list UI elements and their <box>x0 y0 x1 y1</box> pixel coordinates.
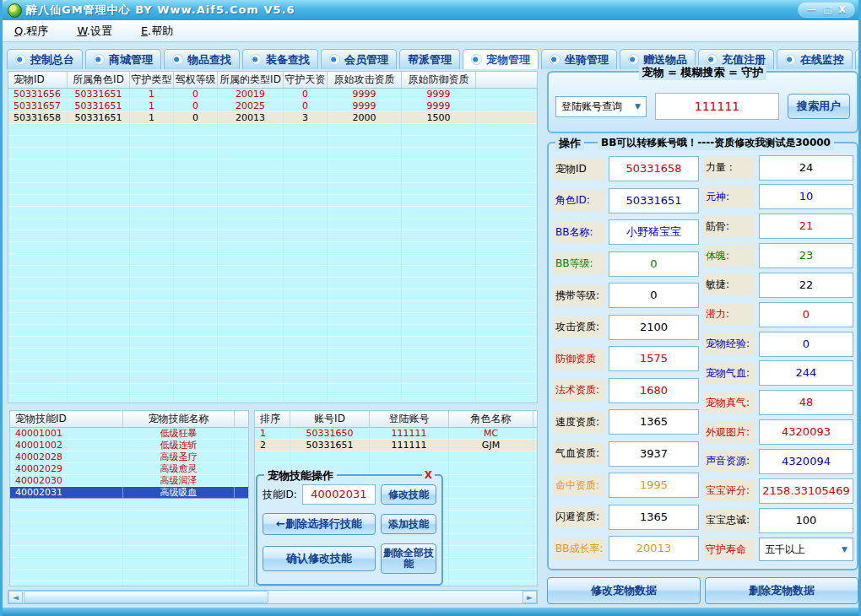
field-input[interactable]: 244 <box>759 360 853 386</box>
column-header[interactable]: 守护类型 <box>130 72 174 88</box>
column-header[interactable]: 登陆账号 <box>370 411 449 427</box>
column-header[interactable]: 角色名称 <box>449 411 533 427</box>
field-input[interactable]: 24 <box>759 155 853 181</box>
column-header[interactable]: 所属角色ID <box>68 72 130 88</box>
table-row[interactable]: 50331656503316511020019099999999 <box>8 89 537 100</box>
field-input[interactable]: 1995 <box>609 473 699 498</box>
tab-item[interactable]: 宠物管理 <box>463 49 539 69</box>
modify-skill-button[interactable]: 修改技能 <box>381 484 436 505</box>
tab-item[interactable]: 会员管理 <box>321 49 397 69</box>
delete-pet-data-button[interactable]: 删除宠物数据 <box>705 577 858 604</box>
table-cell <box>123 546 235 557</box>
search-type-select[interactable]: 登陆账号查询 ▼ <box>555 96 647 117</box>
menu-item-help[interactable]: E.帮助 <box>141 24 173 39</box>
table-cell-filler <box>476 289 537 300</box>
field-input[interactable]: 小野猪宝宝 <box>609 219 699 245</box>
tab-item[interactable]: 坐骑管理 <box>541 49 617 69</box>
table-cell <box>284 289 328 300</box>
scrollbar-thumb[interactable] <box>24 591 268 603</box>
table-row[interactable]: 40002030高级润泽 <box>10 475 248 487</box>
table-cell <box>449 570 533 581</box>
field-input[interactable]: 1680 <box>609 378 699 403</box>
field-input[interactable]: 0 <box>609 251 699 277</box>
field-input[interactable]: 1365 <box>609 409 699 435</box>
table-cell <box>402 301 476 312</box>
close-icon[interactable]: X <box>422 469 435 481</box>
tab-item[interactable]: 控制总台 <box>7 49 83 69</box>
table-cell <box>10 522 123 533</box>
table-cell <box>402 289 476 300</box>
table-row[interactable]: 40002028高级圣疗 <box>10 451 248 463</box>
table-row[interactable]: 150331650111111MC <box>255 428 537 440</box>
skill-id-input[interactable]: 40002031 <box>302 484 376 505</box>
table-cell <box>68 337 130 348</box>
field-input[interactable]: 0 <box>609 283 699 308</box>
maximize-button[interactable]: □ <box>823 3 831 16</box>
field-input[interactable]: 3937 <box>609 441 699 467</box>
column-header[interactable]: 账号ID <box>290 411 370 427</box>
field-input[interactable]: 50331658 <box>609 156 699 181</box>
column-header[interactable]: 排序 <box>255 411 290 427</box>
search-user-button[interactable]: 搜索用户 <box>788 94 850 119</box>
field-input[interactable]: 22 <box>759 273 853 298</box>
tab-item[interactable]: 商城管理 <box>85 49 161 69</box>
column-header[interactable]: 宠物ID <box>8 72 68 88</box>
column-header[interactable]: 宠物技能ID <box>10 411 123 427</box>
tab-item[interactable]: CSV/LUA <box>855 49 861 69</box>
field-input[interactable]: 0 <box>759 332 853 357</box>
tab-item[interactable]: 装备查找 <box>242 49 318 69</box>
delete-all-skills-button[interactable]: 删除全部技能 <box>381 543 436 574</box>
search-input[interactable]: 111111 <box>655 93 779 120</box>
field-input[interactable]: 100 <box>759 508 853 533</box>
field-input[interactable]: 50331651 <box>609 188 699 213</box>
column-header[interactable]: 守护天资 <box>284 72 328 88</box>
table-row[interactable]: 40002029高级愈灵 <box>10 463 248 475</box>
field-input[interactable]: 23 <box>759 243 853 268</box>
field-input[interactable]: 2100 <box>609 315 699 340</box>
horizontal-scrollbar[interactable]: ◄ ► <box>8 590 538 604</box>
table-row[interactable]: 40002031高级吸血 <box>10 487 248 499</box>
field-input[interactable]: 1575 <box>609 346 699 371</box>
tab-item[interactable]: 帮派管理 <box>399 49 460 69</box>
table-cell <box>8 289 68 300</box>
column-header[interactable]: 原始防御资质 <box>402 72 476 88</box>
menu-item-program[interactable]: Q.程序 <box>14 24 48 39</box>
table-cell <box>328 396 402 403</box>
close-button[interactable]: X <box>839 3 846 16</box>
table-cell: GJM <box>449 440 533 451</box>
minimize-button[interactable]: — <box>807 3 816 16</box>
tab-radio-icon <box>94 54 105 65</box>
add-skill-button[interactable]: 添加技能 <box>381 514 436 534</box>
table-row[interactable]: 50331658503316511020013320001500 <box>8 112 537 124</box>
field-input[interactable]: 10 <box>759 184 853 209</box>
column-header[interactable]: 所属的类型ID <box>218 72 284 88</box>
field-input[interactable]: 1365 <box>609 505 699 530</box>
table-cell <box>218 159 284 170</box>
column-header[interactable]: 原始攻击资质 <box>328 72 402 88</box>
table-row-empty <box>10 534 248 546</box>
menu-item-settings[interactable]: W.设置 <box>77 24 112 39</box>
modify-pet-data-button[interactable]: 修改宠物数据 <box>547 577 701 604</box>
field-input[interactable]: 4320093 <box>759 419 853 445</box>
tab-item[interactable]: 在线监控 <box>777 49 853 69</box>
field-input[interactable]: 0 <box>759 302 853 327</box>
field-input[interactable]: 4320094 <box>759 449 853 474</box>
table-row[interactable]: 40001001低级狂暴 <box>10 428 248 440</box>
delete-selected-skill-button[interactable]: ←删除选择行技能 <box>263 513 376 535</box>
table-cell <box>10 511 123 521</box>
table-row[interactable]: 40001002低级连斩 <box>10 440 248 451</box>
confirm-modify-skill-button[interactable]: 确认修改技能 <box>263 546 376 571</box>
column-header[interactable]: 驾权等级 <box>174 72 218 88</box>
field-input[interactable]: 48 <box>759 390 853 415</box>
field-input[interactable]: 21 <box>759 213 853 239</box>
column-header[interactable]: 宠物技能名称 <box>123 411 235 427</box>
scroll-left-icon[interactable]: ◄ <box>8 591 23 603</box>
tab-item[interactable]: 物品查找 <box>164 49 240 69</box>
table-cell <box>328 230 402 241</box>
scroll-right-icon[interactable]: ► <box>523 591 537 603</box>
table-row[interactable]: 50331657503316511020025099999999 <box>8 100 537 112</box>
lifespan-select[interactable]: 五千以上▼ <box>759 538 853 561</box>
field-input[interactable]: 20013 <box>609 536 699 561</box>
field-input[interactable]: 2158.33105469 <box>759 478 853 504</box>
table-row[interactable]: 250331651111111GJM <box>255 440 537 451</box>
